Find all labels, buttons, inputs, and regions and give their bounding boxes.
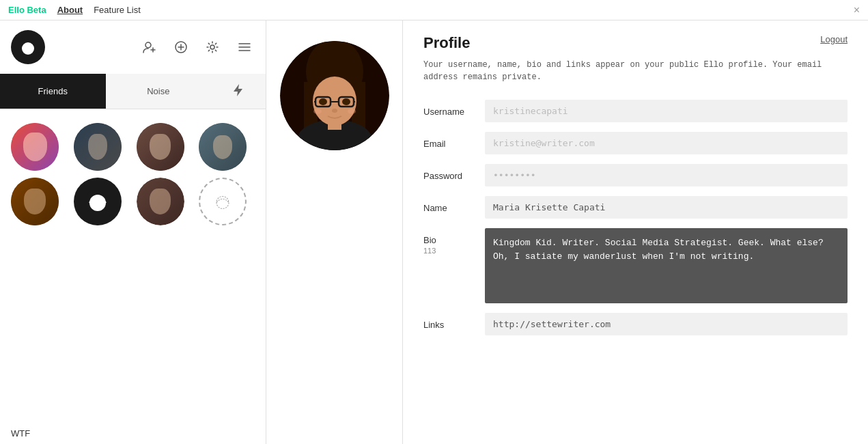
email-row: Email	[423, 132, 848, 154]
invite-button[interactable]	[140, 38, 159, 57]
username-label: Username	[423, 100, 485, 117]
brand-link[interactable]: Ello Beta	[8, 5, 46, 15]
avatar-6[interactable]	[137, 178, 184, 225]
about-link[interactable]: About	[57, 5, 83, 15]
svg-point-11	[89, 195, 106, 211]
svg-point-12	[216, 197, 229, 209]
avatar-self[interactable]	[74, 178, 122, 225]
sidebar-header	[0, 20, 266, 74]
name-row: Name	[423, 196, 848, 219]
svg-point-1	[145, 42, 151, 48]
avatar-2[interactable]	[74, 123, 122, 171]
avatar-grid	[0, 109, 266, 239]
bio-label: Bio	[423, 235, 485, 245]
svg-point-26	[319, 98, 327, 105]
links-row: Links	[423, 313, 848, 335]
lightning-tab[interactable]	[211, 74, 266, 109]
svg-point-30	[348, 109, 356, 114]
password-row: Password	[423, 164, 848, 186]
bio-label-group: Bio 113	[423, 228, 485, 255]
sidebar: Friends Noise	[0, 20, 266, 444]
name-input[interactable]	[485, 196, 848, 219]
friends-tab[interactable]: Friends	[0, 74, 106, 109]
svg-point-27	[342, 98, 350, 105]
feature-list-link[interactable]: Feature List	[94, 5, 141, 15]
svg-point-7	[210, 45, 214, 49]
name-label: Name	[423, 196, 485, 213]
profile-header: Profile Logout	[423, 34, 848, 52]
avatar-4[interactable]	[199, 123, 247, 171]
user-photo[interactable]	[280, 41, 389, 150]
bio-char-count: 113	[423, 247, 485, 255]
links-label: Links	[423, 313, 485, 330]
email-label: Email	[423, 132, 485, 149]
add-button[interactable]	[171, 38, 191, 57]
email-input[interactable]	[485, 132, 848, 154]
profile-form-section: Profile Logout Your username, name, bio …	[403, 20, 868, 444]
password-input[interactable]	[485, 164, 848, 186]
settings-button[interactable]	[203, 38, 222, 57]
avatar-5[interactable]	[11, 178, 59, 225]
profile-description: Your username, name, bio and links appea…	[423, 59, 848, 83]
menu-button[interactable]	[234, 37, 255, 57]
close-button[interactable]: ×	[854, 5, 860, 16]
top-nav: Ello Beta About Feature List ×	[0, 0, 868, 20]
links-input[interactable]	[485, 313, 848, 335]
avatar-1[interactable]	[11, 123, 59, 171]
bio-row: Bio 113 Kingdom Kid. Writer. Social Medi…	[423, 228, 848, 303]
avatar-add[interactable]	[199, 178, 247, 225]
noise-tab[interactable]: Noise	[106, 74, 212, 109]
feed-tabs: Friends Noise	[0, 74, 266, 109]
nav-links: Ello Beta About Feature List	[8, 5, 141, 15]
bio-textarea[interactable]: Kingdom Kid. Writer. Social Media Strate…	[485, 228, 848, 303]
username-row: Username	[423, 100, 848, 122]
svg-point-29	[313, 109, 322, 114]
main-layout: Friends Noise	[0, 20, 868, 444]
logo[interactable]	[11, 30, 45, 64]
svg-point-28	[332, 109, 337, 113]
wtf-label: WTF	[0, 423, 266, 444]
svg-point-0	[22, 42, 34, 55]
sidebar-icons	[140, 37, 255, 57]
user-photo-section	[266, 20, 403, 444]
avatar-3[interactable]	[137, 123, 184, 171]
password-label: Password	[423, 164, 485, 181]
profile-title: Profile	[423, 34, 470, 52]
logout-link[interactable]: Logout	[820, 34, 848, 44]
username-input[interactable]	[485, 100, 848, 122]
